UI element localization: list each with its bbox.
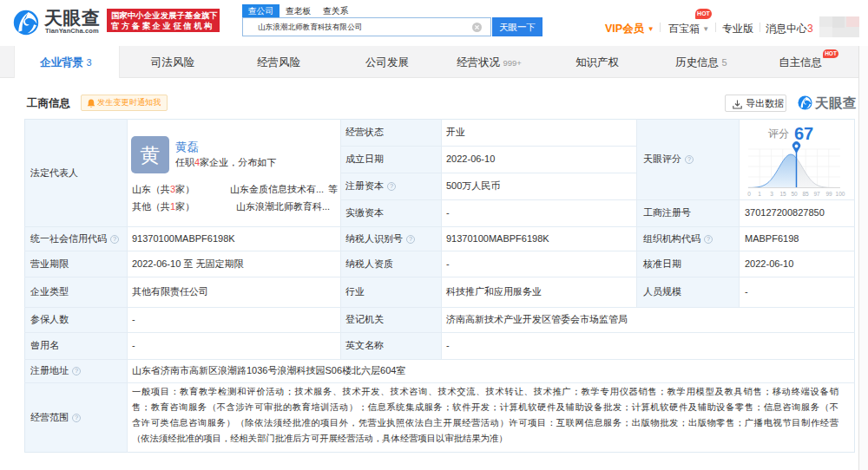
svg-text:评分: 评分	[768, 127, 789, 140]
svg-text:50: 50	[791, 191, 798, 197]
svg-text:85: 85	[802, 191, 809, 197]
svg-text:100: 100	[836, 191, 845, 197]
svg-text:15: 15	[779, 191, 786, 197]
svg-text:99: 99	[825, 191, 832, 197]
svg-text:97: 97	[813, 191, 820, 197]
svg-text:0: 0	[747, 191, 751, 197]
svg-text:67: 67	[794, 124, 813, 143]
svg-text:3: 3	[770, 191, 773, 197]
svg-text:1: 1	[758, 191, 761, 197]
